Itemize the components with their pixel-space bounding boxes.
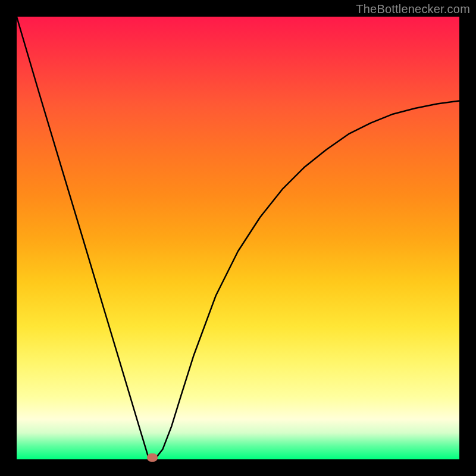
watermark-label: TheBottlenecker.com (356, 2, 470, 16)
bottleneck-curve (17, 17, 459, 459)
minimum-marker (147, 453, 158, 462)
curve-layer (17, 17, 459, 459)
chart-frame: TheBottlenecker.com (0, 0, 476, 476)
